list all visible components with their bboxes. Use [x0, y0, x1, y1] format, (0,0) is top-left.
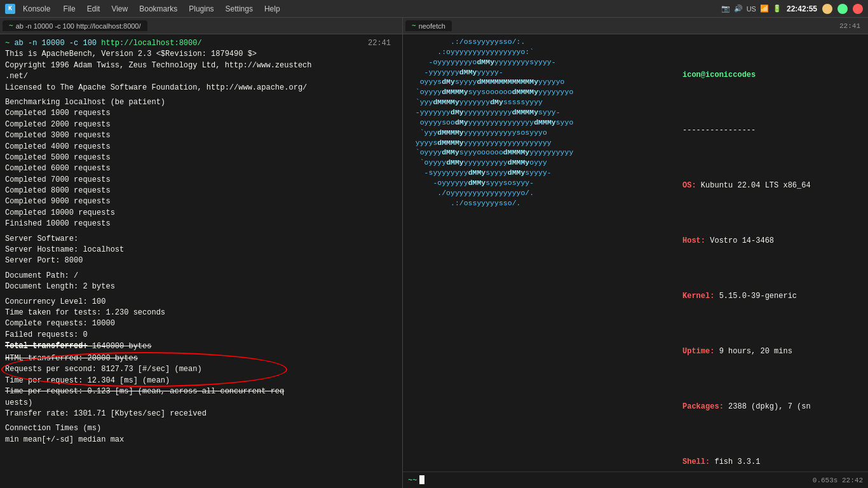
info-os-label: OS: [682, 181, 701, 190]
menu-plugins[interactable]: Plugins [184, 3, 219, 15]
left-tab-label: ab -n 10000 -c 100 http://localhost:8000… [16, 22, 141, 30]
output-finished: Finished 10000 requests [5, 219, 397, 229]
menu-bar: File Edit View Bookmarks Plugins Setting… [58, 3, 285, 15]
output-path: Document Path: / [5, 271, 397, 281]
right-terminal-content: .:/ossyyyyysso/:. .:oyyyyyyyyyyyyyyyyo:`… [403, 34, 868, 471]
right-timestamp: 0.653s 22:42 [813, 477, 863, 484]
app-title: Konsole [23, 4, 50, 13]
tray-icon-battery: 🔋 [773, 4, 782, 13]
output-benchmarking: Benchmarking localhost (be patient) [5, 97, 397, 108]
info-user-line: icon@iconiccodes [637, 59, 868, 92]
annotated-block: HTML transferred: 20000 bytes Requests p… [5, 353, 397, 386]
output-tpr2b: uests) [5, 398, 397, 409]
menu-edit[interactable]: Edit [82, 3, 105, 15]
output-c8000: Completed 8000 requests [5, 186, 397, 196]
output-hostname: Server Hostname: localhost [5, 245, 397, 255]
info-kernel-value: 5.15.0-39-generic [719, 292, 797, 301]
right-prompt-tilde: ~ [412, 476, 417, 485]
menu-help[interactable]: Help [259, 3, 285, 15]
info-sep-line: ---------------- [637, 114, 868, 147]
tray-icon-wifi: 📶 [760, 4, 769, 13]
menu-bookmarks[interactable]: Bookmarks [134, 3, 182, 15]
app-icon: K [5, 4, 15, 14]
output-html-trans: HTML transferred: 20000 bytes [5, 353, 397, 364]
output-tpr: Time per request: 12.304 [ms] (mean) [5, 376, 397, 386]
left-pane: ~ ab -n 10000 -c 100 http://localhost:80… [0, 18, 403, 488]
output-c5000: Completed 5000 requests [5, 152, 397, 163]
info-host-line: Host: Vostro 14-3468 [637, 225, 868, 258]
info-packages-value: 2388 (dpkg), 7 (sn [728, 402, 811, 411]
output-port: Server Port: 8000 [5, 255, 397, 266]
info-os-line: OS: Kubuntu 22.04 LTS x86_64 [637, 170, 868, 203]
output-transfer-rate: Transfer rate: 1301.71 [Kbytes/sec] rece… [5, 409, 397, 419]
output-line-3: .net/ [5, 71, 397, 82]
cursor [419, 475, 424, 484]
output-c7000: Completed 7000 requests [5, 175, 397, 186]
minimize-button[interactable] [822, 4, 832, 14]
output-c4000: Completed 4000 requests [5, 142, 397, 152]
output-c1000: Completed 1000 requests [5, 108, 397, 119]
neofetch-art: .:/ossyyyyysso/:. .:oyyyyyyyyyyyyyyyyo:`… [403, 34, 632, 471]
info-host-label: Host: [682, 236, 710, 245]
output-rps: Requests per second: 8127.73 [#/sec] (me… [5, 364, 397, 375]
info-kernel-line: Kernel: 5.15.0-39-generic [637, 280, 868, 313]
close-button[interactable] [853, 4, 863, 14]
maximize-button[interactable] [837, 4, 848, 14]
right-prompt-symbol: ~ [408, 476, 412, 485]
info-os-value: Kubuntu 22.04 LTS x86_64 [701, 181, 811, 190]
output-c10000: Completed 10000 requests [5, 208, 397, 219]
title-bar-right: 📷 🔊 US 📶 🔋 22:42:55 [721, 4, 863, 14]
tray-icon-lang: US [747, 5, 756, 13]
info-shell-value: fish 3.3.1 [714, 458, 760, 466]
output-line-2: Copyright 1996 Adam Twiss, Zeus Technolo… [5, 60, 397, 71]
output-time-taken: Time taken for tests: 1.230 seconds [5, 308, 397, 318]
menu-file[interactable]: File [58, 3, 80, 15]
output-line-1: This is ApacheBench, Version 2.3 <$Revis… [5, 49, 397, 60]
output-c3000: Completed 3000 requests [5, 130, 397, 141]
right-tab-timestamp: 22:41 [839, 22, 865, 30]
right-tab-bar: ~ neofetch 22:41 [403, 18, 868, 34]
output-complete: Complete requests: 10000 [5, 318, 397, 329]
right-tab-label: neofetch [419, 22, 445, 30]
output-c9000: Completed 9000 requests [5, 196, 397, 207]
info-shell-line: Shell: fish 3.3.1 [637, 445, 868, 471]
info-uptime-label: Uptime: [682, 347, 719, 356]
right-bottom-bar: ~ ~ 0.653s 22:42 [403, 471, 868, 488]
output-length: Document Length: 2 bytes [5, 281, 397, 292]
info-packages-line: Packages: 2388 (dpkg), 7 (sn [637, 391, 868, 424]
info-packages-label: Packages: [682, 402, 728, 411]
info-host-value: Vostro 14-3468 [710, 236, 774, 245]
info-uptime-value: 9 hours, 20 mins [719, 347, 792, 356]
info-kernel-label: Kernel: [682, 292, 719, 301]
clock: 22:42:55 [787, 4, 817, 13]
title-bar: K Konsole File Edit View Bookmarks Plugi… [0, 0, 868, 18]
tray-icon-volume: 🔊 [734, 4, 743, 13]
output-line-4: Licensed to The Apache Software Foundati… [5, 83, 397, 93]
output-tpr2: Time per request: 0.123 [ms] (mean, acro… [5, 386, 397, 397]
left-tab-prompt: ~ [9, 22, 13, 30]
terminal-area: ~ ab -n 10000 -c 100 http://localhost:80… [0, 18, 868, 488]
output-sw: Server Software: [5, 234, 397, 245]
output-failed: Failed requests: 0 [5, 330, 397, 341]
output-total-trans-val: Total transferred: 1640000 bytes [5, 341, 397, 352]
menu-settings[interactable]: Settings [220, 3, 258, 15]
output-conn-times: Connection Times (ms) [5, 423, 397, 434]
menu-view[interactable]: View [106, 3, 133, 15]
left-cmd-line: ~ ab -n 10000 -c 100 http://localhost:80… [5, 38, 397, 49]
system-tray: 📷 🔊 US 📶 🔋 [721, 4, 782, 13]
right-tab-prompt: ~ [412, 22, 416, 30]
info-shell-label: Shell: [682, 458, 714, 466]
right-cursor-block [419, 475, 424, 484]
tray-icon-camera: 📷 [721, 4, 730, 13]
output-c6000: Completed 6000 requests [5, 163, 397, 174]
info-user: icon@iconiccodes [682, 71, 756, 79]
left-tab-active[interactable]: ~ ab -n 10000 -c 100 http://localhost:80… [3, 20, 147, 31]
right-pane: ~ neofetch 22:41 .:/ossyyyyysso/:. .:oyy… [403, 18, 868, 488]
output-c2000: Completed 2000 requests [5, 119, 397, 130]
info-uptime-line: Uptime: 9 hours, 20 mins [637, 336, 868, 369]
title-bar-left: K Konsole File Edit View Bookmarks Plugi… [5, 3, 721, 15]
right-tab-active[interactable]: ~ neofetch [405, 20, 452, 31]
left-terminal-content[interactable]: ~ ab -n 10000 -c 100 http://localhost:80… [0, 34, 402, 488]
output-conn-header: min mean[+/-sd] median max [5, 435, 397, 445]
output-concurrency: Concurrency Level: 100 [5, 297, 397, 308]
